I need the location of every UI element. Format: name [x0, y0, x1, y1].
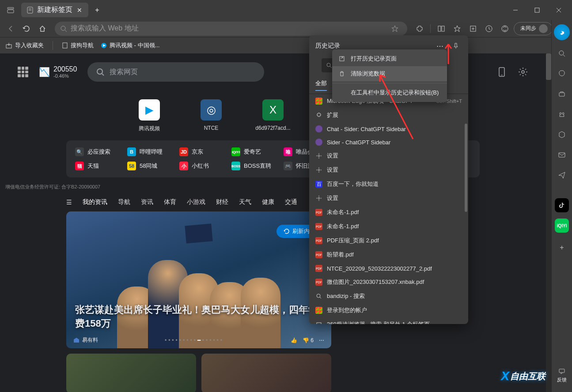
- feed-thumbnail[interactable]: [201, 354, 331, 392]
- quick-link[interactable]: iQIYI爱奇艺: [230, 145, 278, 159]
- history-scrollbar[interactable]: [465, 124, 467, 212]
- history-item[interactable]: Chat - Sider: ChatGPT Sidebar: [309, 122, 468, 136]
- history-item[interactable]: PDF未命名-1.pdf: [309, 205, 468, 219]
- favorite-star-button[interactable]: [388, 22, 402, 36]
- sidebar-add-button[interactable]: +: [555, 241, 569, 255]
- watermark: X 自由互联: [501, 369, 545, 383]
- sidebar-search-icon[interactable]: [555, 46, 569, 60]
- feed-nav-item[interactable]: 天气: [239, 198, 251, 206]
- history-item[interactable]: 360极速浏览器 - 搜索 和另外 1 个标签页: [309, 317, 468, 324]
- history-button[interactable]: [482, 22, 496, 36]
- back-button[interactable]: [4, 22, 18, 36]
- quick-link[interactable]: 猫天猫: [73, 159, 122, 173]
- sidebar-iqiyi-icon[interactable]: iQIYI: [555, 219, 569, 233]
- history-item[interactable]: PDF盼望着.pdf: [309, 248, 468, 262]
- extensions-button[interactable]: [413, 22, 427, 36]
- apps-grid-button[interactable]: [18, 67, 28, 77]
- history-item[interactable]: PDF微信图片_20230307153207.xnbak.pdf: [309, 275, 468, 289]
- app-button[interactable]: [498, 22, 512, 36]
- quick-link[interactable]: 小小红书: [178, 159, 226, 173]
- shortcut-item[interactable]: ◎NTCE: [193, 99, 229, 132]
- dislike-button[interactable]: 👎 6: [303, 337, 314, 343]
- history-item[interactable]: 设置: [309, 191, 468, 205]
- shortcut-item[interactable]: Xd6d972f7acd...: [255, 99, 291, 132]
- home-button[interactable]: [35, 22, 49, 36]
- feed-nav-item[interactable]: 小游戏: [187, 198, 205, 206]
- sidebar-shopping-icon[interactable]: [555, 67, 569, 81]
- bookmark-item[interactable]: 搜狗导航: [62, 41, 94, 49]
- quick-link[interactable]: BOSSBOSS直聘: [230, 159, 278, 173]
- feed-menu-icon[interactable]: ☰: [66, 199, 72, 206]
- favorites-button[interactable]: [450, 22, 464, 36]
- feed-nav-item[interactable]: 导航: [118, 198, 130, 206]
- tab-close-button[interactable]: ✕: [76, 7, 83, 14]
- history-item[interactable]: Sider - ChatGPT Sidebar: [309, 136, 468, 149]
- quick-link-label: 哔哩哔哩: [140, 148, 163, 156]
- sidebar-tools-icon[interactable]: [555, 87, 569, 101]
- refresh-button[interactable]: [19, 22, 34, 36]
- sidebar-send-icon[interactable]: [555, 168, 569, 182]
- tencent-icon: [101, 42, 107, 49]
- sync-button[interactable]: 未同步: [514, 22, 553, 35]
- stock-mini-widget[interactable]: 📉 200550 -0.46%: [39, 65, 77, 79]
- history-list[interactable]: Microsoft Edge 加载项 - ChatGPTCtrl+Shift+T…: [309, 94, 468, 324]
- ctx-open-history-page[interactable]: 打开历史记录页面: [332, 51, 447, 66]
- history-item[interactable]: 设置: [309, 163, 468, 177]
- sidebar-games-icon[interactable]: [555, 107, 569, 121]
- history-pin-button[interactable]: [450, 40, 462, 52]
- quick-link[interactable]: JD京东: [178, 145, 226, 159]
- carousel-dots[interactable]: •••••••••━••••••: [102, 337, 286, 343]
- close-window-button[interactable]: [549, 3, 568, 17]
- device-icon[interactable]: [496, 67, 507, 77]
- quick-link[interactable]: 5858同城: [125, 159, 174, 173]
- history-item[interactable]: 扩展: [309, 108, 468, 122]
- ntp-search-box[interactable]: 搜索网页: [87, 62, 264, 82]
- settings-icon[interactable]: [518, 67, 528, 77]
- history-item[interactable]: PDF未命名-1.pdf: [309, 219, 468, 234]
- collections-button[interactable]: [466, 22, 480, 36]
- sidebar-feedback-button[interactable]: 反馈: [557, 368, 567, 383]
- maximize-button[interactable]: [527, 3, 547, 17]
- stock-trend-icon: 📉: [39, 67, 50, 77]
- bookmark-item[interactable]: 腾讯视频 - 中国领...: [101, 41, 159, 49]
- vertical-scrollbar[interactable]: [546, 53, 551, 392]
- sidebar-outlook-icon[interactable]: [555, 148, 569, 162]
- hero-source[interactable]: 易有料: [73, 336, 98, 344]
- history-item[interactable]: bandizip - 搜索: [309, 289, 468, 303]
- history-tab-all[interactable]: 全部: [315, 79, 327, 91]
- feed-nav-item[interactable]: 体育: [164, 198, 176, 206]
- feed-nav-item[interactable]: 财经: [216, 198, 228, 206]
- like-button[interactable]: 👍: [291, 337, 297, 343]
- browser-tab[interactable]: 新建标签页 ✕: [21, 3, 88, 17]
- history-item[interactable]: 设置: [309, 149, 468, 163]
- history-panel-title: 历史记录: [315, 42, 430, 50]
- quick-link[interactable]: B哔哩哔哩: [125, 145, 174, 159]
- minimize-button[interactable]: [505, 3, 525, 17]
- feed-thumbnail[interactable]: [66, 354, 196, 392]
- history-item[interactable]: 登录到您的帐户: [309, 303, 468, 317]
- quick-link[interactable]: 🔍必应搜索: [73, 145, 122, 159]
- bing-chat-icon[interactable]: [554, 24, 570, 40]
- sidebar-tiktok-icon[interactable]: [555, 198, 569, 212]
- tab-actions-button[interactable]: [4, 3, 18, 17]
- history-item[interactable]: PDFPDF压缩_页面 2.pdf: [309, 234, 468, 248]
- history-item[interactable]: 百百度一下，你就知道: [309, 177, 468, 191]
- ctx-clear-browsing-data[interactable]: 清除浏览数据: [332, 66, 447, 81]
- ctx-show-toolbar-button[interactable]: 在工具栏中显示历史记录和按钮(B): [332, 85, 447, 100]
- sidebar-office-icon[interactable]: [555, 128, 569, 142]
- feed-nav-item[interactable]: 资讯: [141, 198, 153, 206]
- shortcut-label: d6d972f7acd...: [255, 125, 291, 131]
- history-item[interactable]: PDFNTCE_202209_520322223002277_2.pdf: [309, 262, 468, 275]
- split-screen-button[interactable]: [434, 22, 448, 36]
- hero-card[interactable]: 刷新内容 张艺谋赴美出席长子毕业礼！奥巴马大女儿超模，四年学费158万 易有料 …: [66, 211, 331, 348]
- more-button[interactable]: ⋯: [319, 337, 324, 343]
- svg-point-27: [559, 51, 564, 55]
- new-tab-button[interactable]: +: [91, 4, 103, 16]
- feed-nav-item[interactable]: 健康: [262, 198, 274, 206]
- feed-nav-item[interactable]: 交通: [285, 198, 297, 206]
- svg-point-31: [562, 113, 564, 114]
- address-bar[interactable]: 搜索或输入 Web 地址: [55, 22, 407, 36]
- feed-nav-item[interactable]: 我的资讯: [83, 198, 107, 206]
- shortcut-item[interactable]: ▶腾讯视频: [132, 99, 167, 132]
- import-favorites-button[interactable]: 导入收藏夹: [5, 41, 44, 49]
